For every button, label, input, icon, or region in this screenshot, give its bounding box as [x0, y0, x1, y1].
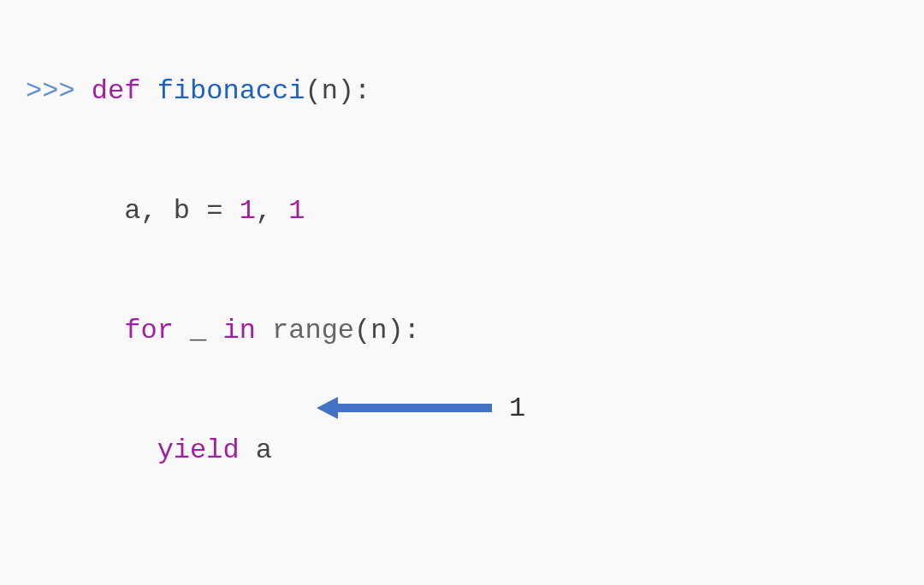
param-n: n: [322, 75, 338, 107]
space: [140, 75, 157, 107]
function-name: fibonacci: [157, 75, 305, 107]
comma: ,: [256, 195, 288, 227]
space: [240, 434, 256, 466]
indent: [26, 434, 157, 466]
lparen: (: [305, 75, 321, 107]
space: [256, 315, 272, 346]
lparen: (: [354, 315, 370, 346]
equals: =: [190, 195, 240, 227]
comma: ,: [140, 195, 173, 227]
keyword-yield: yield: [157, 434, 240, 466]
arrow-annotation: 1: [317, 384, 525, 434]
code-line-4: yield a 1: [26, 377, 898, 525]
var-a: a: [256, 434, 272, 466]
number-1: 1: [288, 195, 305, 227]
code-line-1: >>> def fibonacci(n):: [26, 17, 898, 115]
var-b: b: [174, 195, 190, 227]
indent: [26, 315, 124, 346]
svg-marker-2: [317, 397, 338, 419]
space: [174, 315, 190, 346]
arrow-icon: [317, 395, 496, 421]
arrow-label: 1: [509, 384, 525, 434]
number-1: 1: [240, 195, 256, 227]
builtin-range: range: [272, 315, 354, 346]
keyword-in: in: [222, 315, 255, 346]
rparen: ): [387, 315, 403, 346]
colon: :: [404, 315, 420, 346]
var-n: n: [370, 315, 387, 346]
underscore: _: [190, 315, 206, 346]
keyword-def: def: [92, 75, 141, 107]
space: [206, 315, 222, 346]
colon: :: [354, 75, 370, 107]
code-line-2: a, b = 1, 1: [26, 137, 898, 235]
rparen: ): [338, 75, 354, 107]
code-line-5: a, b = b, a+b # 注意这种赋值: [26, 546, 898, 585]
indent: [26, 195, 124, 227]
keyword-for: for: [124, 315, 174, 346]
repl-prompt: >>>: [26, 75, 92, 107]
var-a: a: [124, 195, 140, 227]
code-line-3: for _ in range(n):: [26, 257, 898, 355]
